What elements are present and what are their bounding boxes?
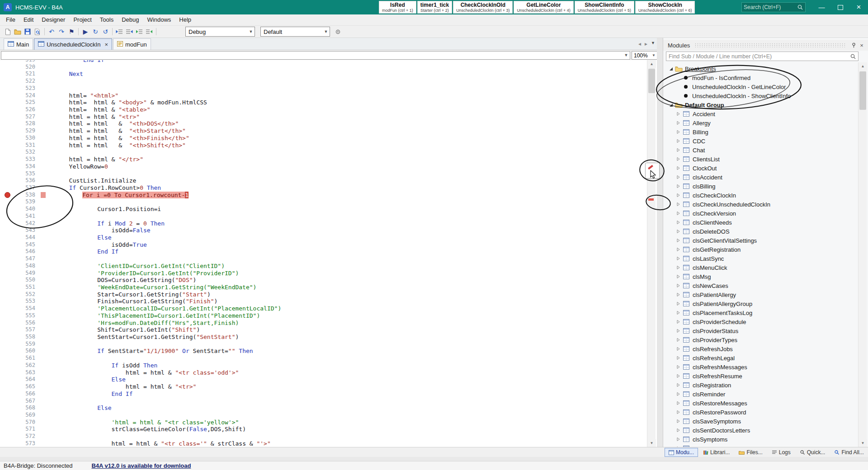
indent-icon[interactable] [144, 27, 154, 36]
tab-main[interactable]: Main [4, 38, 33, 50]
scroll-up-icon[interactable]: ▲ [647, 60, 656, 68]
module-item[interactable]: clsDeleteDOS [663, 227, 858, 236]
expander-open-icon[interactable] [669, 66, 674, 71]
module-item[interactable]: clsPatientAllergy [663, 290, 858, 299]
module-item[interactable]: clsSymptoms [663, 435, 858, 444]
module-item[interactable]: clsCheckUnscheduledClockIn [663, 200, 858, 209]
menu-item[interactable]: Windows [143, 14, 175, 25]
tab-modfun[interactable]: modFun [113, 38, 151, 50]
expander-closed-icon[interactable] [676, 256, 681, 261]
bottom-tab-quick-search[interactable]: Quick... [796, 448, 830, 457]
breakpoint-margin[interactable] [0, 248, 15, 255]
breakpoint-margin[interactable] [0, 241, 15, 249]
find-in-files-icon[interactable] [33, 27, 42, 36]
module-item[interactable]: Accident [663, 109, 858, 118]
code-text[interactable]: isOdd=False [41, 227, 151, 234]
open-project-icon[interactable] [13, 27, 23, 36]
module-item[interactable]: clsProviderTypes [663, 335, 858, 344]
editor-vertical-scrollbar[interactable]: ▲ ▼ [647, 60, 656, 447]
breakpoint-margin[interactable] [0, 305, 15, 312]
bottom-tab-libraries[interactable]: Librari... [699, 448, 734, 457]
breakpoint-margin[interactable] [0, 404, 15, 412]
code-text[interactable]: If Cursor1.RowCount>0 Then [41, 184, 161, 192]
expander-closed-icon[interactable] [676, 301, 681, 306]
code-text[interactable]: strClass=GetLineColor(False,DOS,Shift) [41, 426, 246, 433]
code-text[interactable]: isOdd=True [41, 241, 147, 249]
menu-item[interactable]: Tools [96, 14, 118, 25]
new-file-icon[interactable] [3, 27, 13, 36]
module-item[interactable] [663, 444, 858, 447]
code-text[interactable]: CustList.Initialize [41, 177, 136, 184]
code-text[interactable]: Shift=Cursor1.GetInt("Shift") [41, 326, 200, 334]
update-download-link[interactable]: B4A v12.0 is available for download [91, 462, 191, 469]
scrollbar-thumb[interactable] [859, 71, 866, 110]
breakpoint-margin[interactable] [0, 412, 15, 419]
breakpoint-margin[interactable] [0, 362, 15, 369]
expander-closed-icon[interactable] [676, 265, 681, 270]
code-editor[interactable]: 519 End If520521 Next522523524 html= "<h… [0, 60, 657, 447]
code-text[interactable]: html = html & "</tr>" [41, 156, 143, 163]
expander-closed-icon[interactable] [676, 139, 681, 143]
module-item[interactable]: CDC [663, 136, 858, 146]
module-item[interactable]: clsNewCases [663, 281, 858, 290]
close-panel-icon[interactable]: × [858, 42, 866, 49]
close-button[interactable]: × [849, 0, 868, 14]
module-item[interactable]: clsRefreshResume [663, 371, 858, 381]
scroll-tabs-right-icon[interactable]: ▸ [645, 41, 647, 47]
code-text[interactable]: html = html & "<th>Finish</th>" [41, 135, 189, 142]
code-text[interactable]: If isOdd Then [41, 362, 157, 369]
code-text[interactable]: If i Mod 2 = 0 Then [41, 220, 165, 227]
code-text[interactable]: html = html & "<tr>" [41, 113, 140, 121]
module-item[interactable]: clsRestorePassword [663, 408, 858, 417]
expander-closed-icon[interactable] [676, 401, 681, 405]
sync-libraries-icon[interactable]: ↺ [100, 27, 110, 36]
breakpoint-margin[interactable] [0, 298, 15, 305]
tree-group-breakpoints[interactable]: Breakpoints [663, 64, 858, 73]
expander-closed-icon[interactable] [676, 229, 681, 234]
expander-closed-icon[interactable] [676, 329, 681, 333]
build-mode-combobox[interactable]: Debug ▼ [185, 27, 255, 37]
module-item[interactable]: clsSentDoctorsLetters [663, 426, 858, 435]
expander-closed-icon[interactable] [676, 374, 681, 378]
titlebar-search-box[interactable] [741, 2, 806, 12]
quick-nav-button[interactable]: CheckClockInOld UnscheduledClockIn (ctrl… [453, 1, 513, 14]
menu-item[interactable]: File [2, 14, 19, 25]
expander-closed-icon[interactable] [676, 356, 681, 360]
module-item[interactable]: clsLastSync [663, 254, 858, 263]
bottom-tab-modules[interactable]: Modu... [665, 448, 698, 457]
code-text[interactable]: 'PlacementLocalID=Cursor1.GetInt("Placem… [41, 305, 281, 312]
code-text[interactable]: Else [41, 404, 112, 412]
breakpoint-margin[interactable] [0, 64, 15, 71]
quick-nav-button[interactable]: ShowClockIn UnscheduledClockIn (ctrl + 6… [635, 1, 695, 14]
breakpoint-margin[interactable] [0, 70, 15, 78]
module-item[interactable]: clsRefreshJobs [663, 344, 858, 353]
breakpoint-margin[interactable] [0, 334, 15, 341]
expander-closed-icon[interactable] [676, 437, 681, 442]
breakpoint-margin[interactable] [0, 85, 15, 92]
breakpoint-margin[interactable] [0, 127, 15, 135]
breakpoint-margin[interactable] [0, 433, 15, 440]
expander-closed-icon[interactable] [676, 383, 681, 387]
expander-closed-icon[interactable] [676, 238, 681, 243]
bookmark-icon[interactable]: ⚑ [66, 27, 76, 36]
module-item[interactable]: clsPatientAllergyGroup [663, 299, 858, 308]
pin-icon[interactable] [849, 42, 858, 48]
breakpoint-margin[interactable] [0, 206, 15, 213]
module-item[interactable]: clsRegistration [663, 381, 858, 390]
quick-nav-button[interactable]: GetLineColor UnscheduledClockIn (ctrl + … [514, 1, 573, 14]
module-item[interactable]: ClockOut [663, 164, 858, 173]
breakpoint-margin[interactable] [0, 227, 15, 234]
breakpoint-margin[interactable] [0, 440, 15, 447]
module-find-input[interactable] [666, 53, 850, 60]
breakpoint-margin[interactable] [0, 106, 15, 113]
menu-item[interactable]: Help [175, 14, 195, 25]
code-text[interactable]: End If [41, 390, 133, 398]
expander-closed-icon[interactable] [676, 310, 681, 315]
breakpoint-margin[interactable] [0, 170, 15, 178]
expander-closed-icon[interactable] [676, 220, 681, 225]
module-item[interactable]: ClientsList [663, 155, 858, 164]
module-item[interactable]: clsBilling [663, 182, 858, 191]
expander-closed-icon[interactable] [676, 175, 681, 179]
menu-item[interactable]: Debug [118, 14, 143, 25]
code-text[interactable]: For i =0 To Cursor1.rowcount-1 [41, 192, 189, 199]
